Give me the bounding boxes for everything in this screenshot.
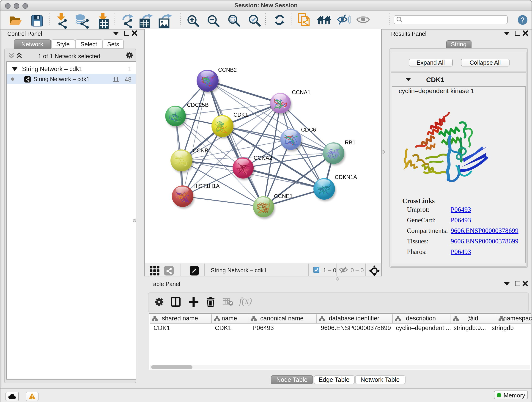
svg-text:CCNB1: CCNB1 xyxy=(193,147,211,153)
svg-text:CDKN1A: CDKN1A xyxy=(335,174,357,180)
svg-text:CCNB2: CCNB2 xyxy=(218,67,237,73)
svg-text:HIST1H1A: HIST1H1A xyxy=(193,183,220,189)
svg-text:?: ? xyxy=(520,16,525,24)
svg-text:CDC6: CDC6 xyxy=(301,127,316,133)
svg-text:CDK1: CDK1 xyxy=(234,112,248,118)
svg-text:CCNA1: CCNA1 xyxy=(292,89,310,95)
svg-text:CCNA2: CCNA2 xyxy=(254,155,272,161)
svg-text:RB1: RB1 xyxy=(345,139,355,146)
svg-text:CCNE1: CCNE1 xyxy=(274,193,293,199)
svg-text:CDC25B: CDC25B xyxy=(187,102,209,108)
